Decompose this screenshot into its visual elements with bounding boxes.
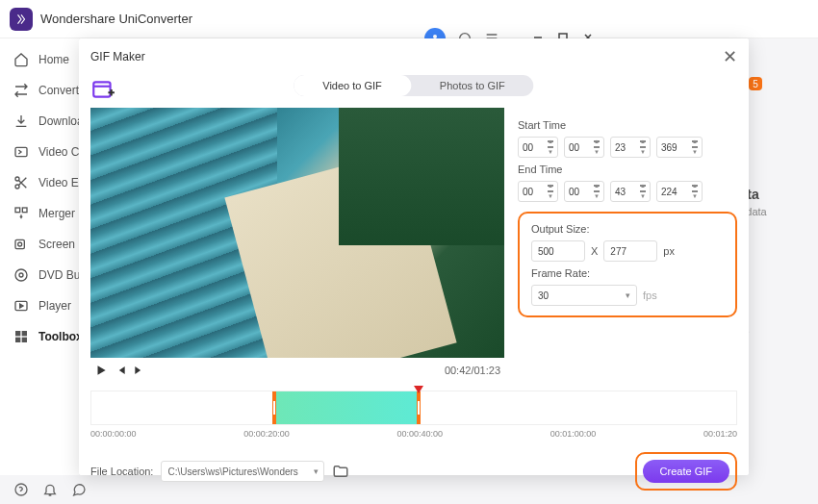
sidebar: Home Converter Downloader Video Compress… [0,38,79,475]
svg-point-0 [433,35,437,38]
svg-rect-6 [22,208,27,213]
end-seconds-input[interactable]: 43▲▼ [610,181,651,202]
svg-rect-13 [22,331,27,336]
disc-icon [13,267,29,283]
sidebar-label: Screen Recorder [38,238,79,251]
sidebar-item-merger[interactable]: Merger [0,198,79,229]
sidebar-item-player[interactable]: Player [0,290,79,321]
create-gif-button[interactable]: Create GIF [643,460,729,483]
end-minutes-input[interactable]: 00▲▼ [564,181,604,202]
selection-end-handle[interactable] [418,401,420,415]
gif-maker-modal: GIF Maker ✕ Video to GIF Photos to GIF 0… [79,38,749,475]
tab-bar: Video to GIF Photos to GIF [294,75,533,96]
record-icon [13,237,29,252]
svg-point-9 [15,269,27,281]
frame-rate-select[interactable]: 30 [531,285,637,306]
grid-icon [13,329,29,344]
start-minutes-input[interactable]: 00▲▼ [564,137,604,158]
tab-video-to-gif[interactable]: Video to GIF [294,75,411,96]
start-ms-input[interactable]: 369▲▼ [656,137,703,158]
scissors-icon [13,175,29,190]
play-button[interactable] [94,364,108,377]
end-ms-input[interactable]: 224▲▼ [656,181,703,202]
add-file-icon[interactable] [90,77,115,102]
svg-point-4 [15,185,19,189]
home-icon [13,52,29,67]
merge-icon [13,206,29,221]
titlebar: Wondershare UniConverter [0,0,818,38]
start-seconds-input[interactable]: 23▲▼ [610,137,651,158]
video-preview[interactable] [90,108,504,358]
end-time-label: End Time [518,164,737,175]
sidebar-label: Converter [38,84,79,97]
timeline-selection[interactable] [272,391,421,424]
next-frame-button[interactable] [133,364,146,377]
timeline-ticks: 00:00:00:00 00:00:20:00 00:00:40:00 00:0… [90,425,737,442]
convert-icon [13,83,29,98]
browse-folder-icon[interactable] [332,463,349,480]
modal-title: GIF Maker [90,50,145,63]
sidebar-item-recorder[interactable]: Screen Recorder [0,229,79,260]
start-hours-input[interactable]: 00▲▼ [518,137,558,158]
svg-point-10 [19,273,23,277]
prev-frame-button[interactable] [114,364,127,377]
sidebar-item-home[interactable]: Home [0,44,79,75]
bell-icon[interactable] [42,482,58,497]
sidebar-label: Home [38,53,69,66]
sidebar-label: Merger [38,207,75,220]
app-logo [10,8,33,31]
sidebar-label: Player [38,299,71,313]
sidebar-item-editor[interactable]: Video Editor [0,167,79,198]
sidebar-label: Video Compressor [38,145,79,159]
svg-rect-5 [15,208,20,213]
start-time-label: Start Time [518,119,737,131]
svg-rect-17 [93,82,110,96]
badge: 5 [749,77,762,90]
svg-rect-7 [15,239,24,248]
sidebar-label: Video Editor [38,176,79,189]
create-button-highlight: Create GIF [635,452,737,491]
playhead-icon[interactable] [414,386,423,393]
play-icon [13,298,29,314]
sidebar-label: DVD Burner [38,268,79,282]
file-location-input[interactable]: C:\Users\ws\Pictures\Wonders [161,461,324,482]
help-icon[interactable] [13,482,29,497]
download-icon [13,113,29,129]
modal-footer: File Location: C:\Users\ws\Pictures\Wond… [79,442,749,491]
svg-point-8 [18,242,22,246]
file-location-label: File Location: [90,466,153,477]
sidebar-label: Downloader [38,114,79,128]
selection-start-handle[interactable] [273,401,275,415]
svg-rect-14 [15,338,20,342]
tab-photos-to-gif[interactable]: Photos to GIF [411,75,534,96]
sidebar-label: Toolbox [38,330,79,343]
svg-point-3 [15,177,19,181]
sidebar-item-dvd[interactable]: DVD Burner [0,260,79,290]
compress-icon [13,144,29,160]
modal-close-icon[interactable]: ✕ [723,46,737,67]
sidebar-item-compressor[interactable]: Video Compressor [0,137,79,167]
frame-rate-label: Frame Rate: [531,267,724,279]
app-title: Wondershare UniConverter [40,12,424,26]
output-size-label: Output Size: [531,223,724,235]
playback-controls: 00:42/01:23 [90,358,504,383]
end-hours-input[interactable]: 00▲▼ [518,181,558,202]
svg-rect-12 [15,331,20,336]
output-height-input[interactable]: 277 [603,240,657,262]
sidebar-item-toolbox[interactable]: Toolbox [0,321,79,352]
sidebar-item-downloader[interactable]: Downloader [0,106,79,137]
timeline: 00:00:00:00 00:00:20:00 00:00:40:00 00:0… [79,383,749,442]
svg-rect-15 [22,338,27,342]
playback-time: 00:42/01:23 [445,365,500,376]
output-settings-group: Output Size: 500 X 277 px Frame Rate: 30… [518,212,737,317]
output-width-input[interactable]: 500 [531,240,585,262]
timeline-track[interactable] [90,391,737,425]
sidebar-item-converter[interactable]: Converter [0,75,79,106]
